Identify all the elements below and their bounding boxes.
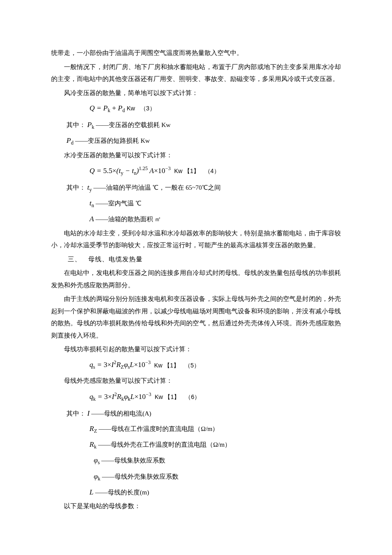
def-L-text: ——母线的长度(m) [95, 489, 149, 496]
equation-body: qs = 3×I2RZφsL×10−3 [89, 361, 151, 369]
var-ty: ty [87, 183, 92, 191]
definition-phis: φs ——母线集肤效应系数 [51, 454, 341, 468]
definition-Rk: Rk ——母线外壳在工作温度时的直流电阻（Ω/m） [51, 438, 341, 452]
paragraph-continuation: 统带走，一小部份由于油温高于周围空气温度而将热量散入空气中。 [51, 47, 341, 59]
var-A: A [89, 215, 94, 223]
paragraph: 电站的水冷却主变，受到冷却水温和水冷却器效率的影响较大，特别是抽水蓄能电站，由于… [51, 227, 341, 251]
def-phik-text: ——母线外壳集肤效应系数 [102, 473, 179, 480]
var-Rk: Rk [89, 440, 96, 448]
def-pk-text: ——变压器的空载损耗 Kw [96, 121, 170, 128]
equation-number: （3） [137, 105, 156, 112]
equation-unit: Kw [127, 105, 135, 112]
def-phis-text: ——母线集肤效应系数 [101, 457, 165, 464]
where-label: 其中： [66, 121, 86, 128]
definition-pd: Pd ——变压器的短路损耗 Kw [51, 134, 341, 148]
definition-pk: 其中： Pk ——变压器的空载损耗 Kw [51, 118, 341, 132]
def-ty-text: ——油箱的平均油温 ℃，一般在 65~70℃之间 [93, 184, 221, 191]
var-phis: φs [94, 456, 100, 464]
var-pd: Pd [66, 136, 73, 145]
equation-5: qs = 3×I2RZφsL×10−3 Kw 【1】 （5） [51, 358, 341, 373]
equation-number: （5） [181, 361, 200, 368]
paragraph: 母线外壳感应散热量可以按下式计算： [51, 375, 341, 387]
equation-3: Q = Pk + Pd Kw （3） [51, 101, 341, 116]
definition-I: 其中： I ——母线的相电流(A) [51, 407, 341, 420]
definition-ty: 其中： ty ——油箱的平均油温 ℃，一般在 65~70℃之间 [51, 181, 341, 195]
var-tn: tn [89, 199, 94, 207]
equation-unit: Kw 【1】 [153, 361, 179, 368]
definition-L: L ——母线的长度(m) [51, 486, 341, 499]
def-tn-text: ——室内气温 ℃ [95, 200, 141, 207]
section-title-3: 三、 母线、电缆发热量 [51, 253, 341, 266]
equation-body: Q = 5.5×(ty − tn)1.25 A×10−3 [89, 167, 171, 175]
equation-body: qk = 3×I2RkφkL×10−3 [89, 393, 151, 401]
paragraph: 在电站中，发电机和变压器之间的连接多用自冷却式封闭母线。母线的发热量包括母线的功… [51, 267, 341, 291]
equation-unit: Kw 【1】 [153, 393, 180, 400]
def-Rz-text: ——母线在工作温度时的直流电阻（Ω/m） [98, 425, 219, 432]
paragraph: 风冷变压器的散热量，简单地可以按下式计算： [51, 87, 341, 99]
def-pd-text: ——变压器的短路损耗 Kw [75, 137, 150, 144]
var-I: I [87, 409, 90, 417]
def-Rk-text: ——母线外壳在工作温度时的直流电阻（Ω/m） [98, 441, 231, 448]
def-A-text: ——油箱的散热面积 ㎡ [95, 216, 161, 223]
where-label: 其中： [66, 410, 86, 417]
var-phik: φk [94, 472, 100, 480]
paragraph: 由于主线的两端分别分别连接发电机和变压器设备，实际上母线与外壳之间的空气是封闭的… [51, 293, 341, 341]
equation-4: Q = 5.5×(ty − tn)1.25 A×10−3 Kw 【1】 （4） [51, 164, 341, 178]
paragraph: 母线功率损耗引起的散热量可以按下式计算： [51, 343, 341, 356]
def-I-text: ——母线的相电流(A) [91, 410, 151, 417]
equation-number: （6） [182, 393, 200, 400]
equation-6: qk = 3×I2RkφkL×10−3 Kw 【1】 （6） [51, 390, 341, 404]
equation-unit: Kw 【1】 [173, 168, 199, 174]
paragraph: 以下是某电站的母线参数： [51, 500, 341, 512]
var-L: L [89, 488, 93, 496]
paragraph: 一般情况下，封闭厂房、地下厂房和抽水蓄能电站，布置于厂房内部或地下的主变多采用库… [51, 61, 341, 85]
where-label: 其中： [66, 184, 86, 191]
definition-phik: φk ——母线外壳集肤效应系数 [51, 470, 341, 484]
equation-body: Q = Pk + Pd [89, 104, 125, 112]
equation-number: （4） [201, 168, 220, 174]
paragraph: 水冷变压器的散热量可以按下式计算： [51, 149, 341, 162]
definition-A: A ——油箱的散热面积 ㎡ [51, 212, 341, 226]
definition-Rz: RZ ——母线在工作温度时的直流电阻（Ω/m） [51, 422, 341, 436]
var-pk: Pk [87, 121, 94, 129]
var-Rz: RZ [89, 425, 97, 433]
definition-tn: tn ——室内气温 ℃ [51, 197, 341, 211]
